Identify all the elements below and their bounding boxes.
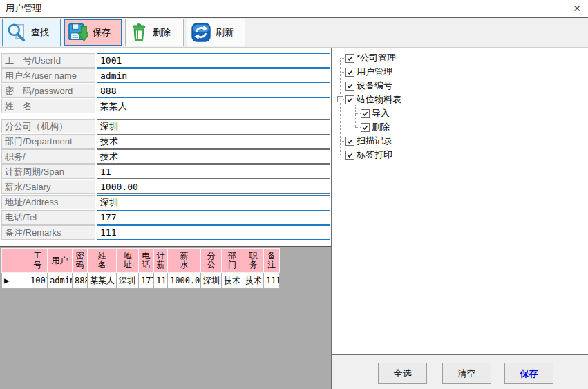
toolbar: 查找保存删除刷新: [0, 18, 588, 48]
column-header[interactable]: 用户: [48, 249, 73, 273]
form-row: 分公司（机构）深圳: [1, 119, 330, 133]
field-input-salary[interactable]: 1000.00: [97, 180, 330, 194]
tree-item[interactable]: 导入: [334, 106, 587, 120]
field-label-address: 地址/Address: [1, 195, 95, 209]
table-header-row: 工号用户密码姓名地址电话计薪薪水分公部门职务备注: [2, 249, 280, 273]
column-header-line: 址: [117, 260, 138, 269]
checkbox-checked-icon[interactable]: [345, 95, 354, 104]
user-form: 工 号/UserId1001用户名/user nameadmin密 码/pass…: [0, 48, 331, 240]
form-section-gap: [1, 114, 330, 119]
field-input-userid[interactable]: 1001: [97, 53, 330, 68]
grid-cell[interactable]: 1001: [28, 273, 48, 289]
field-label-span: 计薪周期/Span: [1, 164, 95, 179]
field-label-userid: 工 号/UserId: [1, 53, 95, 68]
form-row: 部门/Department技术: [1, 134, 330, 149]
column-header[interactable]: 地址: [117, 249, 139, 273]
save-button[interactable]: 保存: [504, 363, 553, 384]
grid-cell[interactable]: 某某人: [88, 273, 117, 289]
checkbox-checked-icon[interactable]: [345, 151, 354, 160]
field-input-address[interactable]: 深圳: [97, 195, 330, 209]
field-input-span[interactable]: 11: [97, 164, 330, 179]
grid-cell[interactable]: 111: [264, 273, 280, 289]
column-header[interactable]: 计薪: [154, 249, 168, 273]
column-header-line: 公: [201, 260, 221, 269]
tree-item[interactable]: −站位物料表: [334, 93, 587, 106]
toolbar-button-label: 删除: [153, 26, 171, 39]
form-row: 备注/Remarks111: [1, 225, 330, 240]
field-input-password[interactable]: 888: [97, 84, 330, 98]
toolbar-button-delete[interactable]: 删除: [125, 19, 184, 46]
close-icon[interactable]: ✕: [573, 3, 581, 13]
field-label-salary: 薪水/Salary: [1, 180, 95, 194]
checkbox-checked-icon[interactable]: [345, 68, 354, 77]
grid-cell[interactable]: 深圳: [201, 273, 222, 289]
field-label-password: 密 码/password: [1, 84, 95, 98]
column-header[interactable]: 工号: [28, 249, 48, 273]
grid-corner-header: [2, 249, 28, 273]
grid-cell[interactable]: 技术: [222, 273, 243, 289]
titlebar: 用户管理 ✕: [0, 0, 588, 17]
grid-cell[interactable]: admin: [48, 273, 73, 289]
tree-item[interactable]: 设备编号: [334, 79, 587, 93]
clear-button[interactable]: 清空: [442, 363, 491, 384]
column-header[interactable]: 密码: [73, 249, 88, 273]
grid-cell[interactable]: 深圳: [117, 273, 139, 289]
field-input-remarks[interactable]: 111: [97, 225, 330, 240]
column-header-line: 薪: [154, 260, 167, 269]
grid-cell[interactable]: 1000.00: [168, 273, 201, 289]
toolbar-button-refresh[interactable]: 刷新: [187, 19, 245, 46]
field-input-username[interactable]: admin: [97, 68, 330, 83]
window-title: 用户管理: [6, 2, 41, 15]
save-icon: [68, 22, 88, 43]
row-selector[interactable]: ▶: [2, 273, 28, 289]
tree-item-label: 设备编号: [357, 79, 392, 92]
column-header[interactable]: 分公: [201, 249, 222, 273]
field-input-tel[interactable]: 177: [97, 210, 330, 225]
column-header[interactable]: 薪水: [168, 249, 201, 273]
tree-item[interactable]: 扫描记录: [334, 134, 587, 148]
field-input-name[interactable]: 某某人: [97, 99, 330, 113]
collapse-icon[interactable]: −: [337, 96, 343, 102]
checkbox-checked-icon[interactable]: [361, 123, 370, 132]
column-header[interactable]: 备注: [264, 249, 280, 273]
checkbox-checked-icon[interactable]: [345, 137, 354, 146]
field-input-company[interactable]: 深圳: [97, 119, 330, 133]
checkbox-checked-icon[interactable]: [345, 54, 354, 63]
toolbar-button-save[interactable]: 保存: [64, 19, 122, 46]
column-header-line: 码: [73, 260, 87, 269]
grid-cell[interactable]: 177: [139, 273, 154, 289]
grid-cell[interactable]: 技术: [243, 273, 264, 289]
form-row: 电话/Tel177: [1, 210, 330, 225]
users-table: 工号用户密码姓名地址电话计薪薪水分公部门职务备注▶1001admin888某某人…: [1, 248, 280, 289]
column-header-line: 门: [222, 260, 243, 269]
form-row: 薪水/Salary1000.00: [1, 180, 330, 194]
user-management-window: 用户管理 ✕ 查找保存删除刷新 工 号/UserId1001用户名/user n…: [0, 0, 588, 389]
column-header-line: 务: [243, 260, 263, 269]
tree-item-label: 标签打印: [357, 149, 392, 161]
tree-item[interactable]: 标签打印: [334, 148, 587, 162]
tree-item[interactable]: *公司管理: [334, 51, 587, 65]
grid-cell[interactable]: 11: [154, 273, 168, 289]
column-header-line: 号: [28, 260, 47, 269]
toolbar-button-find[interactable]: 查找: [2, 19, 61, 46]
field-input-duty[interactable]: 技术: [97, 149, 330, 164]
tree-item[interactable]: 用户管理: [334, 65, 587, 79]
checkbox-checked-icon[interactable]: [361, 109, 370, 118]
column-header[interactable]: 姓名: [88, 249, 117, 273]
grid-cell[interactable]: 888: [73, 273, 88, 289]
field-label-company: 分公司（机构）: [1, 119, 95, 133]
field-label-name: 姓 名: [1, 99, 95, 113]
permissions-panel: *公司管理用户管理设备编号−站位物料表导入删除扫描记录标签打印 全选清空保存: [332, 48, 588, 389]
column-header[interactable]: 职务: [243, 249, 264, 273]
tree-item-label: *公司管理: [357, 52, 396, 64]
grid-area: 工号用户密码姓名地址电话计薪薪水分公部门职务备注▶1001admin888某某人…: [0, 246, 331, 389]
tree-item-label: 删除: [372, 121, 390, 133]
left-panel: 工 号/UserId1001用户名/user nameadmin密 码/pass…: [0, 48, 332, 389]
select-all-button[interactable]: 全选: [378, 363, 427, 384]
tree-connector: [340, 72, 345, 73]
column-header[interactable]: 部门: [222, 249, 243, 273]
tree-item[interactable]: 删除: [334, 120, 587, 134]
checkbox-checked-icon[interactable]: [345, 82, 354, 91]
field-input-department[interactable]: 技术: [97, 134, 330, 149]
column-header[interactable]: 电话: [139, 249, 154, 273]
